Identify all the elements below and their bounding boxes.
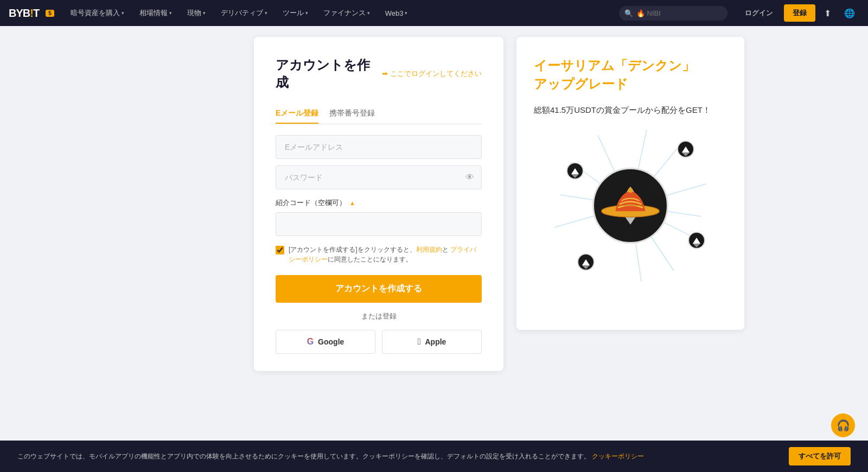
eth-coin-bottomleft [577, 253, 595, 271]
chevron-down-icon: ▾ [405, 10, 407, 16]
nav-item-finance[interactable]: ファイナンス ▾ [318, 0, 375, 26]
cookie-bar: このウェブサイトでは、モバイルアプリの機能性とアプリ内での体験を向上させるために… [0, 441, 868, 472]
register-button[interactable]: 登録 [784, 4, 815, 22]
terms-link[interactable]: 利用規約 [416, 246, 442, 253]
search-wrap: 🔍 [619, 6, 727, 21]
social-buttons: G Google  Apple [276, 330, 482, 354]
promo-title: イーサリアム「デンクン」アップグレード [534, 56, 727, 93]
download-icon[interactable]: ⬆ [820, 8, 835, 18]
chevron-down-icon: ▾ [305, 10, 308, 16]
create-account-button[interactable]: アカウントを作成する [276, 275, 482, 303]
apple-icon:  [418, 337, 421, 347]
tab-phone[interactable]: 携帯番号登録 [329, 104, 375, 124]
chevron-down-icon: ▾ [203, 10, 206, 16]
eth-coin-topleft [566, 162, 584, 180]
registration-card: アカウントを作成 ➡ ここでログインしてください Eメール登録 携帯番号登録 👁… [254, 37, 503, 371]
eth-coin-bottomright [688, 232, 705, 249]
cookie-text: このウェブサイトでは、モバイルアプリの機能性とアプリ内での体験を向上させるために… [17, 452, 782, 461]
google-signin-button[interactable]: G Google [276, 330, 375, 354]
navbar: BYB!T 5 暗号資産を購入 ▾ 相場情報 ▾ 現物 ▾ デリバティブ ▾ ツ… [0, 0, 868, 26]
referral-label: 紹介コード（空欄可） ▲ [276, 198, 482, 208]
password-field[interactable] [276, 165, 482, 189]
search-input[interactable] [619, 6, 727, 21]
nav-item-market[interactable]: 相場情報 ▾ [134, 0, 177, 26]
apple-signin-button[interactable]:  Apple [382, 330, 482, 354]
terms-text: [アカウントを作成する]をクリックすると、利用規約と プライバシーポリシーに同意… [289, 245, 482, 264]
email-field[interactable] [276, 135, 482, 159]
nav-item-web3[interactable]: Web3 ▾ [380, 0, 413, 26]
reg-title-row: アカウントを作成 ➡ ここでログインしてください [276, 56, 482, 91]
referral-input[interactable] [276, 212, 482, 236]
accept-all-button[interactable]: すべてを許可 [789, 447, 851, 465]
svg-point-12 [628, 188, 633, 193]
promo-card: イーサリアム「デンクン」アップグレード 総額41.5万USDTの賞金プールから配… [516, 37, 744, 330]
promo-illustration [534, 130, 727, 282]
logo[interactable]: BYB!T [9, 7, 39, 20]
eth-coin-topright [677, 141, 694, 158]
tab-email[interactable]: Eメール登録 [276, 104, 318, 124]
nav-item-tools[interactable]: ツール ▾ [277, 0, 314, 26]
or-register-text: または登録 [276, 311, 482, 321]
password-toggle-icon[interactable]: 👁 [465, 173, 474, 182]
login-button[interactable]: ログイン [738, 8, 780, 18]
language-icon[interactable]: 🌐 [840, 8, 859, 18]
nav-badge: 5 [46, 10, 54, 17]
promo-description: 総額41.5万USDTの賞金プールから配分をGET！ [534, 104, 727, 117]
login-redirect-link[interactable]: ➡ ここでログインしてください [382, 69, 482, 79]
main-content: アカウントを作成 ➡ ここでログインしてください Eメール登録 携帯番号登録 👁… [0, 0, 868, 414]
chevron-down-icon: ▾ [122, 10, 124, 16]
google-icon: G [307, 337, 314, 347]
chevron-down-icon: ▾ [169, 10, 172, 16]
expand-icon[interactable]: ▲ [349, 200, 355, 206]
terms-checkbox[interactable] [276, 246, 284, 254]
chevron-down-icon: ▾ [265, 10, 267, 16]
cookie-policy-link[interactable]: クッキーポリシー [592, 452, 644, 460]
chevron-down-icon: ▾ [367, 10, 370, 16]
password-wrap: 👁 [276, 165, 482, 189]
nav-item-spot[interactable]: 現物 ▾ [182, 0, 211, 26]
search-icon: 🔍 [624, 9, 633, 17]
headset-icon: 🎧 [837, 419, 850, 432]
reg-title-text: アカウントを作成 [276, 56, 376, 91]
sombrero [601, 178, 660, 224]
nav-item-derivatives[interactable]: デリバティブ ▾ [215, 0, 273, 26]
reg-tabs: Eメール登録 携帯番号登録 [276, 104, 482, 124]
support-fab-button[interactable]: 🎧 [831, 413, 855, 437]
eth-main-container [592, 168, 668, 244]
terms-row: [アカウントを作成する]をクリックすると、利用規約と プライバシーポリシーに同意… [276, 245, 482, 264]
nav-item-buy-crypto[interactable]: 暗号資産を購入 ▾ [65, 0, 130, 26]
